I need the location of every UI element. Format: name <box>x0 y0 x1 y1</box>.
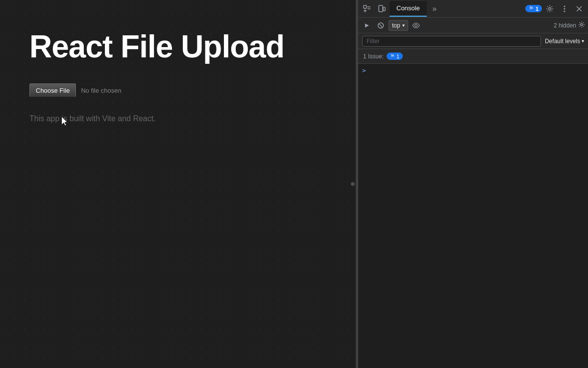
devtools-issues-row: 1 Issue: ⚑ 1 <box>358 49 588 64</box>
context-label: top <box>392 22 400 29</box>
svg-point-6 <box>564 10 565 12</box>
device-toolbar-button[interactable] <box>375 2 389 16</box>
context-selector[interactable]: top ▾ <box>389 20 408 31</box>
page-title: React File Upload <box>29 29 328 64</box>
issues-count: 1 <box>396 53 399 59</box>
devtools-bar2: top ▾ 2 hidden <box>358 18 588 33</box>
file-upload-row: Choose File No file chosen <box>29 83 328 97</box>
issues-count-badge: ⚑ 1 <box>387 53 403 60</box>
close-devtools-button[interactable] <box>572 2 586 16</box>
more-options-button[interactable] <box>558 2 571 16</box>
devtools-filter-row: Default levels ▾ <box>358 33 588 49</box>
clear-console-button[interactable] <box>375 20 387 31</box>
badge-flag-icon: ⚑ <box>529 5 534 12</box>
live-expressions-button[interactable] <box>410 20 422 31</box>
filter-input[interactable] <box>362 36 541 47</box>
no-file-label: No file chosen <box>81 87 121 94</box>
devtools-console-output: > <box>358 64 588 368</box>
settings-button[interactable] <box>543 2 557 16</box>
hidden-count: 2 hidden <box>554 22 576 29</box>
app-area: React File Upload Choose File No file ch… <box>0 0 358 368</box>
resize-handle[interactable] <box>356 0 358 368</box>
issues-label: 1 Issue: <box>363 53 384 60</box>
more-tabs-button[interactable]: » <box>428 2 441 16</box>
center-dot <box>351 182 355 186</box>
devtools-panel: Console » ⚑ 1 <box>358 0 588 368</box>
devtools-toolbar: Console » ⚑ 1 <box>358 0 588 18</box>
svg-point-5 <box>564 8 565 9</box>
choose-file-button[interactable]: Choose File <box>29 83 76 97</box>
issues-badge-toolbar: ⚑ 1 <box>525 5 542 12</box>
console-arrow: > <box>358 66 588 75</box>
default-levels-button[interactable]: Default levels ▾ <box>545 38 584 45</box>
tab-console[interactable]: Console <box>390 1 427 17</box>
svg-point-4 <box>564 5 565 7</box>
gear-icon-small <box>578 21 585 29</box>
svg-point-9 <box>581 24 583 26</box>
svg-point-3 <box>549 7 551 10</box>
svg-point-8 <box>415 24 417 26</box>
context-arrow: ▾ <box>402 23 405 28</box>
app-subtitle: This app is built with Vite and React. <box>29 114 328 123</box>
svg-rect-0 <box>364 5 367 8</box>
execute-script-button[interactable] <box>361 20 373 31</box>
badge-count: 1 <box>536 6 539 12</box>
svg-rect-1 <box>379 5 383 12</box>
issues-flag-icon: ⚑ <box>390 53 395 59</box>
svg-rect-2 <box>383 7 385 11</box>
inspect-element-button[interactable] <box>360 2 374 16</box>
